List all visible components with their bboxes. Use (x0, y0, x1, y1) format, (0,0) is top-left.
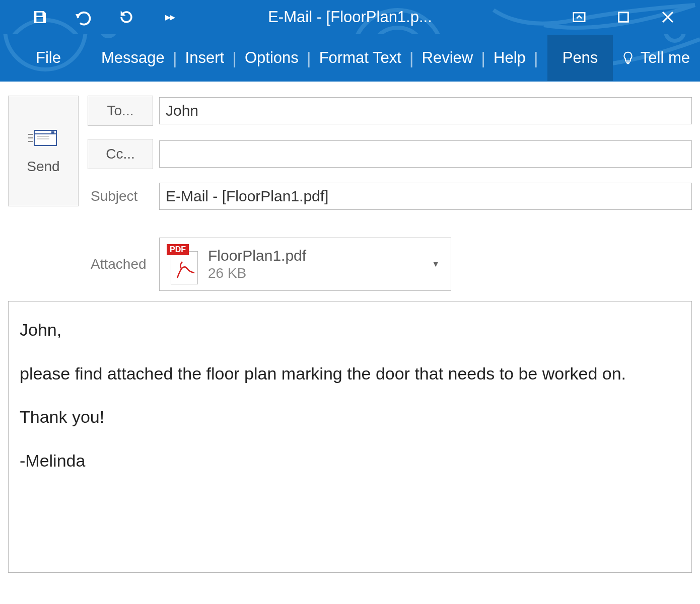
cc-button[interactable]: Cc... (88, 139, 153, 169)
compose-area: Send To... Cc... Subject Attached (0, 82, 700, 581)
tab-pens[interactable]: Pens (547, 35, 613, 81)
lightbulb-icon (620, 50, 636, 65)
cc-input[interactable] (159, 140, 692, 168)
message-body[interactable]: John, please find attached the floor pla… (8, 301, 692, 573)
subject-input[interactable] (159, 183, 692, 210)
body-paragraph: please find attached the floor plan mark… (20, 360, 680, 387)
body-greeting: John, (20, 317, 680, 343)
tab-format-text[interactable]: Format Text (311, 45, 409, 71)
send-label: Send (27, 159, 59, 175)
svg-rect-4 (619, 13, 628, 22)
chevron-down-icon[interactable]: ▼ (432, 260, 440, 269)
svg-rect-9 (51, 131, 54, 133)
pdf-badge: PDF (167, 244, 189, 255)
tab-file[interactable]: File (28, 45, 69, 71)
refresh-icon[interactable] (117, 8, 136, 27)
subject-label: Subject (88, 182, 153, 210)
overflow-icon[interactable]: ▸▸ (160, 8, 179, 27)
svg-point-2 (370, 28, 426, 34)
attachment-name: FloorPlan1.pdf (208, 247, 306, 264)
ribbon-display-icon[interactable] (570, 8, 589, 27)
window-title: E-Mail - [FloorPlan1.p... (268, 8, 432, 26)
to-input[interactable] (159, 97, 692, 124)
tab-help[interactable]: Help (485, 45, 534, 71)
body-signature: -Melinda (20, 447, 680, 474)
titlebar: ▸▸ E-Mail - [FloorPlan1.p... (0, 0, 700, 34)
attachment-chip[interactable]: PDF FloorPlan1.pdf 26 KB ▼ (159, 238, 451, 291)
ribbon: File Message | Insert | Options | Format… (0, 34, 700, 82)
envelope-icon (27, 127, 59, 149)
send-button[interactable]: Send (8, 96, 79, 206)
svg-rect-3 (574, 13, 585, 22)
svg-point-7 (666, 34, 684, 41)
close-icon[interactable] (658, 8, 677, 27)
maximize-icon[interactable] (614, 8, 633, 27)
to-button[interactable]: To... (88, 96, 153, 126)
attachment-size: 26 KB (208, 265, 306, 281)
body-thanks: Thank you! (20, 404, 680, 430)
tab-insert[interactable]: Insert (177, 45, 233, 71)
tell-me[interactable]: Tell me (620, 49, 700, 67)
tab-message[interactable]: Message (93, 45, 173, 71)
undo-icon[interactable] (74, 8, 93, 27)
tab-review[interactable]: Review (414, 45, 481, 71)
svg-point-6 (101, 34, 115, 36)
tab-options[interactable]: Options (237, 45, 307, 71)
attached-label: Attached (88, 250, 153, 278)
save-icon[interactable] (30, 8, 49, 27)
pdf-file-icon: PDF (167, 244, 199, 284)
